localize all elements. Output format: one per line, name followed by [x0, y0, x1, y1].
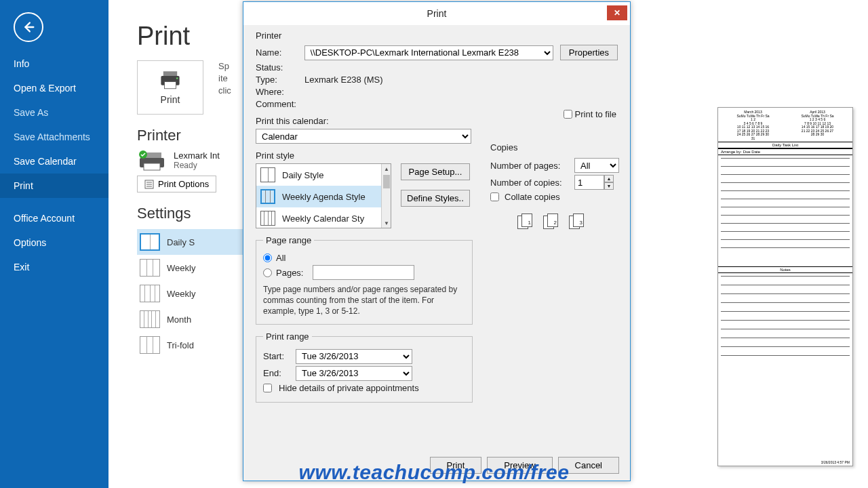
page-range-group: Page range All Pages: Type page numbers … [256, 235, 473, 325]
properties-button[interactable]: Properties [560, 45, 618, 60]
backstage-sidebar: Info Open & Export Save As Save Attachme… [0, 0, 108, 488]
printer-section-label: Printer [256, 30, 618, 41]
watermark-text: www.teachucomp.com/free [299, 461, 570, 484]
end-date-select[interactable]: Tue 3/26/2013 [296, 366, 412, 381]
back-arrow-icon [21, 20, 36, 35]
style-option-weekly-calendar[interactable]: Weekly Calendar Sty ↖ [256, 207, 391, 228]
sidebar-item-save-as[interactable]: Save As [0, 100, 108, 125]
dialog-titlebar[interactable]: Print ✕ [243, 2, 630, 25]
preview-month1: March 2013SuMo TuWe Th Fr Sa 1 23 4 5 6 … [736, 110, 769, 140]
collate-checkbox[interactable] [490, 192, 499, 201]
start-label: Start: [263, 351, 289, 361]
page-setup-button[interactable]: Page Setup... [401, 163, 470, 180]
print-button[interactable]: Print [137, 60, 203, 115]
printer-status: Ready [174, 161, 220, 170]
page-range-pages-radio[interactable] [263, 268, 272, 277]
print-options-button[interactable]: Print Options [137, 176, 216, 192]
num-copies-input[interactable] [574, 175, 604, 190]
options-icon [144, 180, 154, 189]
svg-rect-3 [165, 82, 176, 89]
type-label: Type: [256, 75, 298, 85]
num-pages-select[interactable]: All [574, 158, 619, 173]
print-preview: March 2013SuMo TuWe Th Fr Sa 1 23 4 5 6 … [717, 107, 853, 466]
print-button-label: Print [161, 94, 180, 105]
copies-heading: Copies [490, 142, 619, 152]
sidebar-item-print[interactable]: Print [0, 174, 108, 198]
dialog-title: Print [427, 8, 447, 19]
style-trifold[interactable]: Tri-fold [137, 332, 245, 358]
sidebar-item-exit[interactable]: Exit [0, 255, 108, 279]
end-label: End: [263, 368, 289, 378]
comment-label: Comment: [256, 99, 298, 109]
num-copies-label: Number of copies: [490, 178, 569, 188]
where-label: Where: [256, 87, 298, 97]
print-description: Sp ite clic [218, 60, 245, 115]
copies-spinner[interactable]: ▲▼ [604, 175, 614, 190]
svg-point-4 [176, 77, 178, 79]
style-list-scrollbar[interactable]: ▲▼ [381, 164, 391, 228]
style-option-daily[interactable]: Daily Style [256, 164, 391, 186]
sidebar-item-open-export[interactable]: Open & Export [0, 76, 108, 100]
print-range-group: Print range Start:Tue 3/26/2013 End:Tue … [256, 331, 473, 403]
hide-details-checkbox[interactable] [263, 384, 272, 392]
start-date-select[interactable]: Tue 3/26/2013 [296, 349, 412, 364]
preview-month2: April 2013SuMo TuWe Th Fr Sa 1 2 3 4 5 6… [801, 110, 833, 140]
collate-illustration: 11 22 33 [490, 211, 619, 229]
sidebar-item-save-calendar[interactable]: Save Calendar [0, 149, 108, 174]
status-label: Status: [256, 62, 298, 73]
num-pages-label: Number of pages: [490, 161, 569, 171]
printer-icon [159, 70, 182, 90]
sidebar-item-options[interactable]: Options [0, 230, 108, 255]
back-button[interactable] [14, 12, 43, 42]
style-option-weekly-agenda[interactable]: Weekly Agenda Style [256, 186, 391, 207]
page-range-hint: Type page numbers and/or page ranges sep… [263, 284, 465, 317]
print-style-list[interactable]: Daily Style Weekly Agenda Style Weekly C… [256, 163, 391, 228]
sidebar-item-save-attachments[interactable]: Save Attachments [0, 125, 108, 149]
svg-rect-1 [163, 71, 177, 76]
type-value: Lexmark E238 (MS) [304, 75, 383, 85]
dialog-close-button[interactable]: ✕ [607, 5, 627, 20]
style-daily[interactable]: Daily S [137, 229, 245, 255]
sidebar-item-office-account[interactable]: Office Account [0, 206, 108, 230]
style-monthly[interactable]: Month [137, 306, 245, 332]
svg-rect-7 [144, 163, 160, 170]
pages-input[interactable] [313, 265, 414, 280]
sidebar-item-info[interactable]: Info [0, 52, 108, 76]
printer-name: Lexmark Int [174, 150, 220, 161]
print-dialog: Print ✕ Printer Name: \\DESKTOP-PC\Lexma… [243, 1, 631, 481]
printer-ready-icon [137, 148, 167, 171]
style-weekly-agenda[interactable]: Weekly [137, 255, 245, 281]
collate-label: Collate copies [505, 192, 560, 202]
printer-name-select[interactable]: \\DESKTOP-PC\Lexmark International Lexma… [304, 45, 553, 60]
page-range-all-radio[interactable] [263, 253, 272, 262]
define-styles-button[interactable]: Define Styles.. [401, 190, 470, 207]
calendar-select[interactable]: Calendar [256, 129, 471, 144]
name-label: Name: [256, 47, 298, 58]
style-weekly-calendar[interactable]: Weekly [137, 281, 245, 306]
print-to-file-checkbox[interactable] [564, 110, 572, 119]
print-to-file-label: Print to file [575, 109, 616, 119]
